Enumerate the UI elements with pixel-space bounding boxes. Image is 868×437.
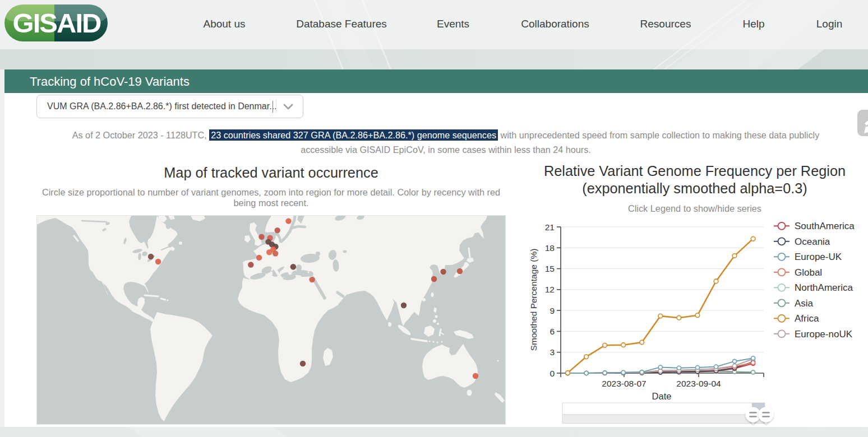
svg-text:3: 3 (550, 347, 555, 357)
svg-text:Europe-noUK: Europe-noUK (795, 329, 853, 340)
svg-text:2023-09-04: 2023-09-04 (676, 379, 721, 388)
svg-text:21: 21 (545, 222, 555, 232)
svg-text:9: 9 (550, 306, 555, 315)
svg-text:Date: Date (652, 391, 672, 401)
svg-text:Europe-UK: Europe-UK (795, 252, 842, 262)
svg-text:12: 12 (545, 285, 555, 294)
svg-text:Global: Global (795, 267, 822, 278)
svg-text:0: 0 (550, 369, 555, 378)
svg-text:NorthAmerica: NorthAmerica (795, 282, 853, 293)
svg-text:18: 18 (545, 243, 555, 253)
svg-text:2023-08-07: 2023-08-07 (602, 379, 646, 388)
svg-text:Smoothed Percentage (%): Smoothed Percentage (%) (529, 249, 538, 351)
svg-text:Oceania: Oceania (795, 236, 830, 247)
svg-text:Africa: Africa (795, 313, 819, 324)
svg-text:6: 6 (550, 327, 555, 336)
svg-text:Asia: Asia (795, 298, 814, 309)
svg-text:15: 15 (545, 264, 555, 273)
svg-text:SouthAmerica: SouthAmerica (795, 221, 855, 231)
